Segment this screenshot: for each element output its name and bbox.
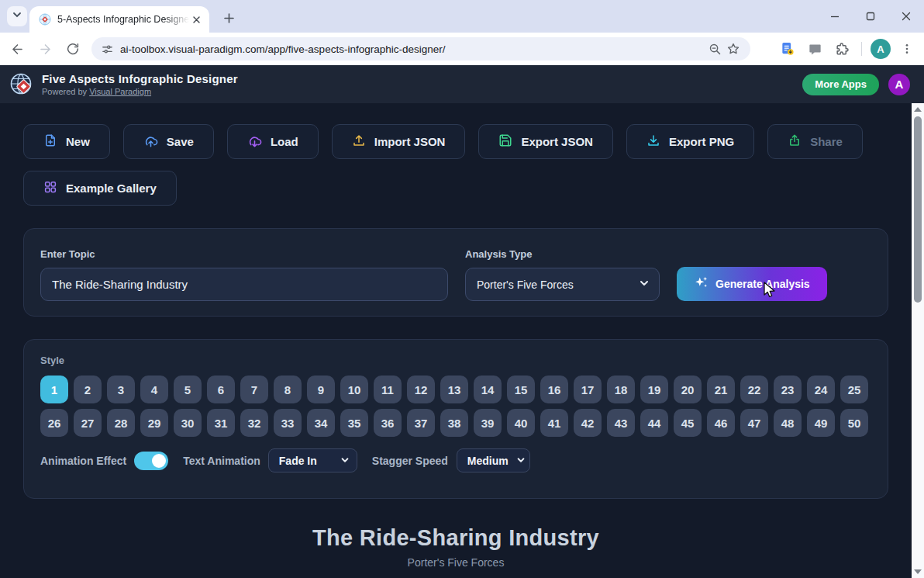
- example-gallery-button[interactable]: Example Gallery: [23, 171, 177, 206]
- style-option-32[interactable]: 32: [240, 409, 268, 437]
- style-option-23[interactable]: 23: [774, 376, 802, 403]
- scroll-down-icon[interactable]: [912, 566, 924, 578]
- browser-toolbar-right: A: [777, 33, 918, 65]
- style-option-9[interactable]: 9: [307, 376, 335, 403]
- load-button[interactable]: Load: [227, 124, 319, 159]
- topic-input[interactable]: [40, 268, 448, 301]
- style-option-42[interactable]: 42: [574, 409, 602, 437]
- style-option-40[interactable]: 40: [507, 409, 535, 437]
- back-button[interactable]: [6, 38, 28, 60]
- export-json-button-label: Export JSON: [521, 135, 593, 148]
- page-scrollbar[interactable]: [912, 103, 924, 578]
- export-png-button-label: Export PNG: [669, 135, 734, 148]
- maximize-button[interactable]: [853, 0, 888, 33]
- style-option-21[interactable]: 21: [707, 376, 735, 403]
- style-option-38[interactable]: 38: [440, 409, 468, 437]
- style-option-43[interactable]: 43: [607, 409, 635, 437]
- style-option-36[interactable]: 36: [374, 409, 402, 437]
- comment-icon[interactable]: [804, 38, 826, 60]
- minimize-button[interactable]: [817, 0, 853, 33]
- style-option-14[interactable]: 14: [474, 376, 502, 403]
- bookmark-star-icon[interactable]: [724, 40, 743, 58]
- style-option-7[interactable]: 7: [240, 376, 268, 403]
- browser-menu-icon[interactable]: [896, 38, 918, 60]
- style-option-28[interactable]: 28: [107, 409, 135, 437]
- style-option-30[interactable]: 30: [174, 409, 202, 437]
- style-option-37[interactable]: 37: [407, 409, 435, 437]
- style-option-26[interactable]: 26: [40, 409, 68, 437]
- animation-effect-toggle[interactable]: [134, 452, 168, 470]
- style-option-33[interactable]: 33: [274, 409, 302, 437]
- cloud-upload-icon: [143, 133, 158, 151]
- style-option-4[interactable]: 4: [140, 376, 168, 403]
- user-avatar[interactable]: A: [888, 74, 910, 95]
- share-button[interactable]: Share: [767, 124, 863, 159]
- style-option-5[interactable]: 5: [174, 376, 202, 403]
- style-option-27[interactable]: 27: [74, 409, 102, 437]
- example-gallery-label: Example Gallery: [66, 182, 157, 195]
- more-apps-button[interactable]: More Apps: [802, 74, 879, 95]
- style-option-6[interactable]: 6: [207, 376, 235, 403]
- style-option-19[interactable]: 19: [640, 376, 668, 403]
- text-animation-select[interactable]: Fade In: [268, 448, 357, 472]
- scrollbar-thumb[interactable]: [914, 116, 922, 303]
- style-option-45[interactable]: 45: [674, 409, 702, 437]
- style-option-44[interactable]: 44: [640, 409, 668, 437]
- generate-analysis-button[interactable]: Generate Analysis: [677, 267, 827, 301]
- import-json-button[interactable]: Import JSON: [332, 124, 466, 159]
- style-option-39[interactable]: 39: [474, 409, 502, 437]
- style-option-10[interactable]: 10: [340, 376, 368, 403]
- url-bar[interactable]: ai-toolbox.visual-paradigm.com/app/five-…: [91, 37, 750, 61]
- style-option-12[interactable]: 12: [407, 376, 435, 403]
- style-option-46[interactable]: 46: [707, 409, 735, 437]
- zoom-out-icon[interactable]: [705, 40, 724, 58]
- forward-button[interactable]: [34, 38, 56, 60]
- style-option-3[interactable]: 3: [107, 376, 135, 403]
- style-option-25[interactable]: 25: [840, 376, 868, 403]
- style-option-22[interactable]: 22: [740, 376, 768, 403]
- style-option-48[interactable]: 48: [774, 409, 802, 437]
- close-window-button[interactable]: [888, 0, 924, 33]
- style-option-35[interactable]: 35: [340, 409, 368, 437]
- style-option-2[interactable]: 2: [74, 376, 102, 403]
- style-option-15[interactable]: 15: [507, 376, 535, 403]
- style-option-17[interactable]: 17: [574, 376, 602, 403]
- visual-paradigm-link[interactable]: Visual Paradigm: [89, 87, 151, 96]
- style-option-34[interactable]: 34: [307, 409, 335, 437]
- style-option-1[interactable]: 1: [40, 376, 68, 403]
- new-button[interactable]: New: [23, 124, 110, 159]
- url-text[interactable]: ai-toolbox.visual-paradigm.com/app/five-…: [120, 43, 705, 55]
- style-option-13[interactable]: 13: [440, 376, 468, 403]
- site-settings-icon[interactable]: [101, 43, 114, 56]
- style-option-41[interactable]: 41: [540, 409, 568, 437]
- save-button[interactable]: Save: [123, 124, 214, 159]
- style-option-49[interactable]: 49: [807, 409, 835, 437]
- style-option-29[interactable]: 29: [140, 409, 168, 437]
- style-option-16[interactable]: 16: [540, 376, 568, 403]
- new-button-label: New: [66, 135, 90, 148]
- style-option-47[interactable]: 47: [740, 409, 768, 437]
- document-download-icon[interactable]: [777, 38, 798, 60]
- tab-title: 5-Aspects Infographic Designer: [57, 14, 189, 25]
- export-png-button[interactable]: Export PNG: [626, 124, 754, 159]
- download-icon: [646, 133, 660, 150]
- browser-tab[interactable]: 5-Aspects Infographic Designer: [29, 6, 209, 33]
- scroll-up-icon[interactable]: [912, 103, 924, 116]
- export-json-button[interactable]: Export JSON: [478, 124, 613, 159]
- new-tab-button[interactable]: [219, 8, 239, 28]
- stagger-speed-select[interactable]: Medium: [457, 448, 530, 472]
- extensions-icon[interactable]: [831, 38, 853, 60]
- topic-label: Enter Topic: [40, 248, 448, 260]
- style-option-20[interactable]: 20: [674, 376, 702, 403]
- browser-profile-avatar[interactable]: A: [871, 39, 891, 59]
- style-option-31[interactable]: 31: [207, 409, 235, 437]
- style-option-50[interactable]: 50: [840, 409, 868, 437]
- analysis-type-select[interactable]: Porter's Five Forces: [465, 268, 660, 301]
- style-option-8[interactable]: 8: [274, 376, 302, 403]
- style-option-24[interactable]: 24: [807, 376, 835, 403]
- style-option-18[interactable]: 18: [607, 376, 635, 403]
- style-option-11[interactable]: 11: [374, 376, 402, 403]
- tab-search-button[interactable]: [7, 6, 27, 26]
- tab-close-icon[interactable]: [189, 12, 203, 26]
- reload-button[interactable]: [62, 38, 84, 60]
